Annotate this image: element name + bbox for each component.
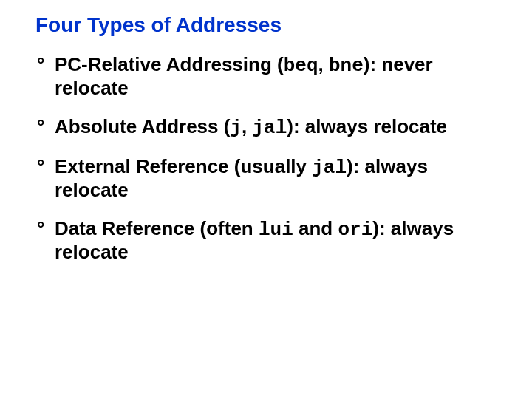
bullet-list: ° PC-Relative Addressing (beq, bne): nev… bbox=[37, 53, 502, 263]
bullet-text: PC-Relative Addressing (beq, bne): never… bbox=[55, 53, 491, 99]
text-prefix: PC-Relative Addressing ( bbox=[55, 53, 284, 75]
bullet-text: Absolute Address (j, jal): always reloca… bbox=[55, 115, 447, 139]
code-span: bne bbox=[329, 55, 364, 77]
text-suffix: ): always relocate bbox=[287, 115, 447, 137]
slide-title: Four Types of Addresses bbox=[35, 9, 502, 37]
code-span: beq bbox=[284, 55, 318, 77]
text-prefix: Data Reference (often bbox=[55, 217, 259, 239]
bullet-text: Data Reference (often lui and ori): alwa… bbox=[55, 217, 491, 263]
list-item: ° Absolute Address (j, jal): always relo… bbox=[37, 115, 502, 139]
list-item: ° Data Reference (often lui and ori): al… bbox=[37, 217, 502, 263]
text-mid: , bbox=[318, 53, 328, 75]
code-span: jal bbox=[252, 117, 287, 139]
bullet-marker: ° bbox=[37, 217, 50, 239]
bullet-marker: ° bbox=[37, 155, 50, 177]
code-span: ori bbox=[338, 219, 372, 241]
code-span: lui bbox=[259, 219, 293, 241]
bullet-marker: ° bbox=[37, 115, 50, 137]
text-mid: , bbox=[242, 115, 252, 137]
text-prefix: External Reference (usually bbox=[55, 155, 312, 177]
slide: Four Types of Addresses ° PC-Relative Ad… bbox=[0, 0, 532, 399]
text-prefix: Absolute Address ( bbox=[55, 115, 230, 137]
bullet-text: External Reference (usually jal): always… bbox=[55, 155, 491, 201]
bullet-marker: ° bbox=[37, 53, 50, 75]
list-item: ° External Reference (usually jal): alwa… bbox=[37, 155, 502, 201]
text-mid: and bbox=[293, 217, 338, 239]
list-item: ° PC-Relative Addressing (beq, bne): nev… bbox=[37, 53, 502, 99]
code-span: j bbox=[230, 117, 242, 139]
code-span: jal bbox=[312, 157, 347, 179]
